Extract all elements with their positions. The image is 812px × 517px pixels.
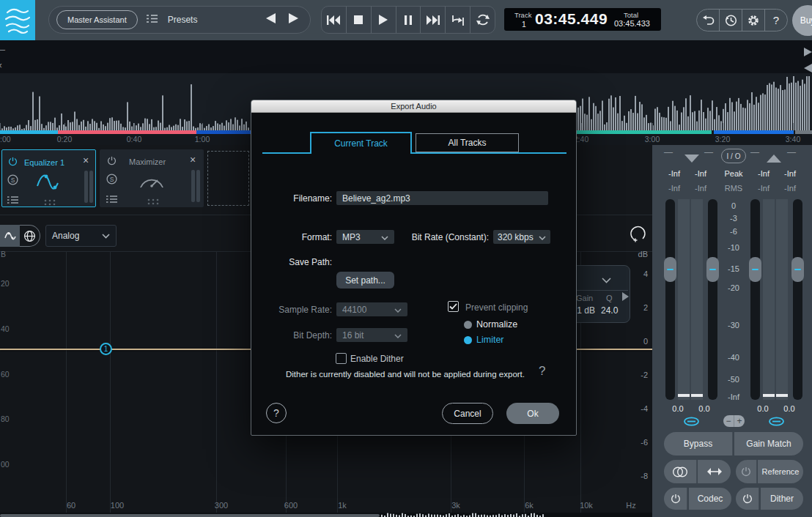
- loop-button[interactable]: [470, 7, 495, 33]
- history-icon[interactable]: [720, 10, 742, 31]
- stereo-width-button[interactable]: [698, 460, 731, 483]
- skip-to-start-button[interactable]: [322, 7, 347, 33]
- timeline-segment-cyan[interactable]: [0, 130, 58, 134]
- limiter-radio[interactable]: [464, 336, 472, 344]
- tab-strip-close-icon[interactable]: ×: [0, 61, 2, 71]
- chevron-down-icon[interactable]: [602, 273, 611, 286]
- timeline-segment-pink[interactable]: [58, 130, 196, 134]
- fader-value[interactable]: 0.0: [691, 404, 717, 413]
- module-menu-icon[interactable]: [106, 193, 117, 207]
- fader-track[interactable]: [708, 199, 717, 400]
- eq-view-curve-button[interactable]: [0, 225, 20, 247]
- fader-value[interactable]: 0.0: [776, 404, 802, 413]
- set-path-button[interactable]: Set path...: [336, 272, 394, 289]
- expand-right-icon[interactable]: [622, 291, 629, 304]
- nudge-minus-button[interactable]: −: [723, 415, 734, 427]
- power-icon[interactable]: [7, 156, 18, 170]
- preset-prev-icon[interactable]: [266, 13, 276, 26]
- enable-dither-checkbox[interactable]: [336, 353, 347, 364]
- dither-help-icon[interactable]: ?: [539, 364, 545, 379]
- help-icon[interactable]: ?: [765, 10, 787, 31]
- peak-label[interactable]: Peak: [720, 169, 747, 178]
- bit-depth-dropdown[interactable]: 16 bit: [336, 328, 407, 342]
- rms-label[interactable]: RMS: [720, 184, 747, 193]
- eq-band-1-node[interactable]: 1: [100, 343, 112, 355]
- master-assistant-button[interactable]: Master Assistant: [56, 10, 138, 29]
- link-channels-icon[interactable]: [683, 416, 700, 429]
- reference-power-button[interactable]: [736, 460, 757, 483]
- gain-nudge-control[interactable]: − +: [723, 415, 745, 427]
- prevent-clipping-checkbox[interactable]: [448, 301, 459, 312]
- pause-button[interactable]: [396, 7, 421, 33]
- io-toggle-button[interactable]: I / O: [721, 149, 746, 163]
- ok-button[interactable]: Ok: [506, 403, 559, 424]
- gain-up-icon[interactable]: [767, 152, 781, 165]
- dither-power-button[interactable]: [736, 488, 759, 510]
- gain-fader[interactable]: [791, 257, 804, 282]
- preset-next-icon[interactable]: [289, 13, 298, 26]
- codec-power-button[interactable]: [664, 488, 687, 510]
- solo-icon[interactable]: S: [106, 174, 117, 187]
- fader-track[interactable]: [665, 199, 675, 400]
- bypass-button[interactable]: Bypass: [664, 432, 733, 455]
- module-menu-icon[interactable]: [7, 194, 18, 207]
- timeline-segment-blue2[interactable]: [714, 130, 794, 134]
- timeline-segment-teal[interactable]: [577, 130, 712, 134]
- fader-value[interactable]: 0.0: [750, 404, 776, 413]
- gain-fader[interactable]: [749, 257, 761, 282]
- stereo-mode-button[interactable]: [664, 460, 697, 483]
- drag-handle-dots[interactable]: [147, 195, 159, 208]
- tab-all-tracks[interactable]: All Tracks: [416, 133, 519, 152]
- gain-match-button[interactable]: Gain Match: [734, 432, 803, 455]
- buy-button[interactable]: Buy: [792, 5, 812, 36]
- bitrate-dropdown[interactable]: 320 kbps: [493, 230, 550, 244]
- solo-icon[interactable]: S: [7, 174, 18, 188]
- gain-fader[interactable]: [706, 257, 719, 282]
- undo-icon[interactable]: [697, 10, 720, 31]
- fader-track[interactable]: [793, 199, 802, 400]
- gain-down-icon[interactable]: [684, 152, 699, 165]
- module-close-icon[interactable]: ×: [190, 154, 196, 165]
- timeline-segment-blue[interactable]: [196, 130, 251, 134]
- dialog-titlebar[interactable]: Export Audio: [251, 100, 576, 113]
- preset-list-icon[interactable]: [147, 13, 158, 26]
- timeline-segment-gray[interactable]: [795, 130, 812, 134]
- sample-rate-dropdown[interactable]: 44100: [336, 302, 407, 316]
- module-close-icon[interactable]: ×: [83, 155, 89, 166]
- module-card-equalizer[interactable]: Equalizer 1 × S: [1, 149, 96, 207]
- format-dropdown[interactable]: MP3: [336, 230, 394, 244]
- reset-gain-icon[interactable]: [627, 223, 649, 245]
- gain-value[interactable]: .1 dB: [575, 305, 595, 316]
- dialog-help-button[interactable]: ?: [266, 403, 287, 423]
- power-icon[interactable]: [106, 155, 117, 169]
- normalize-radio[interactable]: [464, 321, 472, 329]
- reference-button[interactable]: Reference: [758, 460, 803, 483]
- fader-track[interactable]: [750, 199, 760, 400]
- skip-to-end-button[interactable]: [421, 7, 446, 33]
- link-channels-icon[interactable]: [768, 416, 785, 429]
- empty-module-slot[interactable]: [207, 151, 249, 206]
- filename-input[interactable]: Believe_ag2.mp3: [336, 191, 548, 205]
- q-value[interactable]: 24.0: [601, 305, 618, 316]
- stop-button[interactable]: [347, 7, 372, 33]
- nudge-plus-button[interactable]: +: [734, 415, 745, 427]
- izotope-logo[interactable]: [0, 0, 35, 40]
- presets-label[interactable]: Presets: [168, 15, 198, 25]
- dither-button[interactable]: Dither: [761, 488, 803, 510]
- fader-value[interactable]: 0.0: [665, 404, 691, 413]
- bottom-scroll-area[interactable]: [0, 513, 652, 517]
- module-card-maximizer[interactable]: Maximizer × S: [100, 149, 204, 207]
- play-button[interactable]: [372, 7, 396, 33]
- settings-gear-icon[interactable]: [742, 10, 765, 31]
- tab-scroll-right-icon[interactable]: [804, 46, 812, 59]
- eq-mode-dropdown[interactable]: Analog: [45, 225, 117, 247]
- eq-view-globe-button[interactable]: [20, 225, 40, 247]
- track-time-value[interactable]: 03:45.449: [535, 10, 608, 28]
- play-selection-button[interactable]: [446, 7, 470, 33]
- codec-button[interactable]: Codec: [689, 488, 731, 510]
- drag-handle-dots[interactable]: [44, 196, 56, 209]
- tab-strip-left-clipped-icon[interactable]: —: [0, 45, 5, 53]
- tab-current-track[interactable]: Current Track: [310, 132, 412, 154]
- cancel-button[interactable]: Cancel: [442, 403, 493, 424]
- gain-fader[interactable]: [664, 257, 676, 282]
